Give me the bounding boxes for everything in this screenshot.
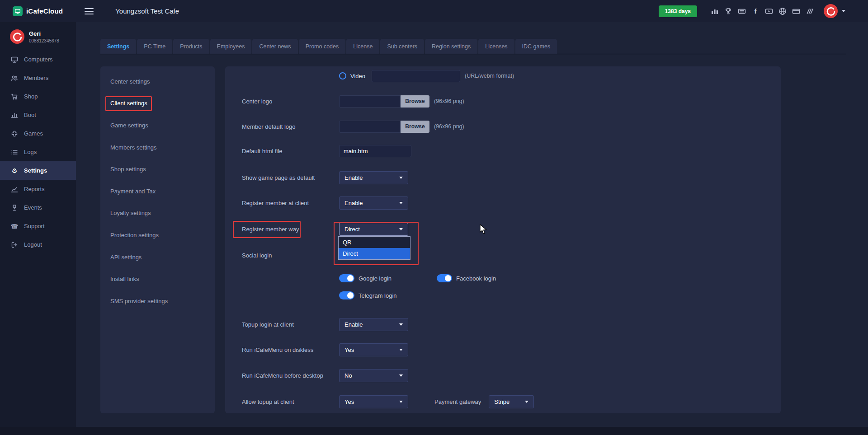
- form-row-video: Video (URL/webm format): [242, 68, 770, 84]
- sidebar-item-shop[interactable]: Shop: [0, 87, 76, 106]
- sidebar-item-members[interactable]: Members: [0, 69, 76, 87]
- payment-gateway-select[interactable]: Stripe: [489, 395, 534, 408]
- tab-center-news[interactable]: Center news: [252, 39, 297, 54]
- video-label: Video: [350, 73, 365, 80]
- logs-icon: [11, 149, 18, 156]
- member-logo-browse-button[interactable]: Browse: [401, 121, 429, 133]
- settings-menu-loyalty-settings[interactable]: Loyalty settings: [100, 202, 215, 225]
- video-radio[interactable]: [339, 72, 346, 80]
- video-url-input[interactable]: [372, 70, 460, 82]
- select-caret-icon: [399, 177, 403, 179]
- register-member-way-select[interactable]: Direct: [339, 223, 408, 236]
- monitor-icon: [11, 56, 18, 63]
- tab-employees[interactable]: Employees: [210, 39, 252, 54]
- default-html-input[interactable]: [339, 145, 411, 157]
- sidebar-item-boot[interactable]: Boot: [0, 106, 76, 124]
- telegram-login-toggle[interactable]: [339, 291, 354, 299]
- settings-menu-protection-settings[interactable]: Protection settings: [100, 224, 215, 246]
- show-game-page-select[interactable]: Enable: [339, 171, 408, 184]
- dropdown-option-direct[interactable]: Direct: [339, 248, 410, 259]
- run-diskless-select[interactable]: Yes: [339, 343, 408, 356]
- settings-menu-shop-settings[interactable]: Shop settings: [100, 158, 215, 180]
- user-name: Geri: [29, 30, 59, 37]
- settings-menu-members-settings[interactable]: Members settings: [100, 136, 215, 159]
- settings-menu-game-settings[interactable]: Game settings: [100, 114, 215, 136]
- user-id: 008812345678: [29, 38, 59, 43]
- tab-pc-time[interactable]: PC Time: [137, 39, 172, 54]
- settings-menu-center-settings[interactable]: Center settings: [100, 70, 215, 93]
- tab-promo-codes[interactable]: Promo codes: [299, 39, 346, 54]
- hamburger-menu-icon[interactable]: [85, 6, 94, 16]
- dropdown-option-qr[interactable]: QR: [339, 237, 410, 248]
- topup-login-label: Topup login at client: [242, 321, 339, 328]
- select-caret-icon: [399, 374, 403, 377]
- sidebar-item-events[interactable]: Events: [0, 198, 76, 217]
- topup-login-select[interactable]: Enable: [339, 318, 408, 331]
- sidebar-item-support[interactable]: ☎ Support: [0, 217, 76, 235]
- sidebar-item-logout[interactable]: Logout: [0, 235, 76, 254]
- tab-region-settings[interactable]: Region settings: [425, 39, 477, 54]
- sidebar-item-computers[interactable]: Computers: [0, 50, 76, 69]
- trophy-icon[interactable]: [724, 7, 732, 15]
- tab-settings[interactable]: Settings: [100, 39, 136, 54]
- tab-idc-games[interactable]: IDC games: [515, 39, 557, 54]
- settings-menu-install-links[interactable]: Install links: [100, 268, 215, 290]
- center-logo-label: Center logo: [242, 98, 339, 105]
- tab-sub-centers[interactable]: Sub centers: [380, 39, 424, 54]
- keyboard-icon[interactable]: [738, 7, 746, 15]
- allow-topup-select[interactable]: Yes: [339, 395, 408, 408]
- layers-icon[interactable]: [806, 7, 814, 15]
- sidebar-item-games[interactable]: Games: [0, 124, 76, 143]
- settings-menu-api-settings[interactable]: API settings: [100, 246, 215, 268]
- brand[interactable]: iCafeCloud: [0, 6, 63, 16]
- settings-menu-client-settings[interactable]: Client settings: [100, 93, 215, 115]
- form-row-run-before-desktop: Run iCafeMenu before desktop No: [242, 368, 770, 383]
- tab-products[interactable]: Products: [173, 39, 209, 54]
- form-row-topup-login: Topup login at client Enable: [242, 317, 770, 332]
- facebook-icon[interactable]: f: [751, 7, 760, 15]
- sidebar-item-reports[interactable]: Reports: [0, 180, 76, 198]
- register-member-way-label: Register member way: [242, 226, 339, 233]
- tab-licenses[interactable]: Licenses: [478, 39, 514, 54]
- sidebar-user-block[interactable]: Geri 008812345678: [0, 22, 76, 50]
- run-before-desktop-select[interactable]: No: [339, 369, 408, 382]
- member-logo-label: Member default logo: [242, 123, 339, 130]
- user-avatar[interactable]: [824, 4, 838, 18]
- register-member-client-select[interactable]: Enable: [339, 196, 408, 210]
- settings-menu-sms-provider-settings[interactable]: SMS provider settings: [100, 290, 215, 312]
- payment-gateway-label: Payment gateway: [434, 398, 481, 405]
- cafe-name: Youngzsoft Test Cafe: [115, 7, 179, 15]
- settings-menu-payment-and-tax[interactable]: Payment and Tax: [100, 180, 215, 202]
- form-row-allow-topup: Allow topup at client Yes Payment gatewa…: [242, 394, 770, 409]
- sidebar-item-logs[interactable]: Logs: [0, 143, 76, 161]
- tab-bar: Settings PC Time Products Employees Cent…: [100, 39, 557, 54]
- globe-icon[interactable]: [778, 7, 787, 15]
- google-login-toggle[interactable]: [339, 274, 354, 282]
- social-login-label: Social login: [242, 252, 339, 259]
- brand-name: iCafeCloud: [26, 7, 63, 15]
- boot-icon: [11, 112, 18, 119]
- telegram-login-label: Telegram login: [359, 292, 397, 299]
- cart-icon: [11, 93, 18, 100]
- member-logo-hint: (96x96 png): [434, 123, 464, 130]
- form-row-social-login: Social login: [242, 248, 770, 263]
- register-member-way-dropdown: QR Direct: [338, 236, 410, 260]
- youtube-icon[interactable]: [765, 7, 773, 15]
- days-badge[interactable]: 1383 days: [659, 5, 697, 17]
- form-row-center-logo: Center logo Browse (96x96 png): [242, 94, 770, 109]
- allow-topup-label: Allow topup at client: [242, 398, 339, 405]
- facebook-login-toggle[interactable]: [437, 274, 452, 282]
- chevron-down-icon[interactable]: [842, 10, 845, 12]
- events-icon: [11, 204, 18, 211]
- register-member-client-label: Register member at client: [242, 200, 339, 206]
- form-row-default-html: Default html file: [242, 143, 770, 159]
- center-logo-input[interactable]: [339, 95, 401, 108]
- card-icon[interactable]: [792, 7, 800, 15]
- center-logo-browse-button[interactable]: Browse: [401, 95, 429, 108]
- stats-icon[interactable]: [711, 7, 719, 15]
- sidebar-item-settings[interactable]: ⚙ Settings: [0, 161, 76, 180]
- tab-license[interactable]: License: [346, 39, 379, 54]
- select-caret-icon: [399, 401, 403, 403]
- member-logo-input[interactable]: [339, 121, 401, 133]
- gear-icon: ⚙: [11, 167, 18, 174]
